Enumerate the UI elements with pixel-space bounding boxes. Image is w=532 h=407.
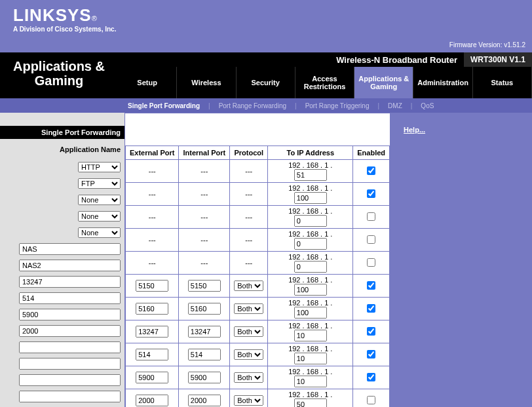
internal-port-input[interactable] [188,326,221,338]
app-name-input[interactable] [19,243,121,255]
help-link[interactable]: Help... [404,126,425,134]
preset-app-select[interactable]: HTTPFTPNone [78,227,121,238]
protocol-select[interactable]: Both [234,326,263,337]
subnav-qos[interactable]: QoS [414,102,440,109]
app-name-input[interactable] [19,309,121,320]
sub-nav: Single Port Forwarding|Port Range Forwar… [0,98,532,113]
main-area: Single Port Forwarding Application Name … [0,113,532,407]
enabled-checkbox[interactable] [367,166,375,175]
enabled-checkbox[interactable] [367,373,375,381]
protocol-select[interactable]: Both [234,349,263,360]
dash-cell: --- [230,229,268,252]
internal-port-input[interactable] [188,349,221,360]
model-number: WRT300N V1.1 [464,52,532,67]
preset-app-select[interactable]: HTTPFTPNone [78,195,121,205]
dash-cell: --- [126,252,179,275]
app-name-input[interactable] [19,341,121,353]
subnav-single-port-forwarding[interactable]: Single Port Forwarding [121,102,206,109]
custom-app-row [0,273,124,290]
table-row: Both192 . 168 . 1 . [126,298,390,320]
forwarding-table: External Port Internal Port Protocol To … [125,145,390,407]
external-port-input[interactable] [136,372,168,383]
ip-last-octet[interactable] [294,398,327,407]
ip-last-octet[interactable] [294,376,327,387]
enabled-checkbox[interactable] [367,212,375,221]
enabled-checkbox[interactable] [367,350,375,359]
ip-last-octet[interactable] [294,192,327,204]
enabled-checkbox[interactable] [367,235,375,244]
ip-last-octet[interactable] [294,238,327,250]
app-name-input[interactable] [19,391,121,402]
ip-last-octet[interactable] [294,215,327,227]
app-name-input[interactable] [19,260,121,271]
external-port-input[interactable] [136,395,168,406]
protocol-select[interactable]: Both [234,303,263,314]
protocol-select[interactable]: Both [234,372,263,383]
ip-last-octet[interactable] [294,307,327,319]
internal-port-input[interactable] [188,395,221,406]
dash-cell: --- [126,206,179,229]
tab-setup[interactable]: Setup [118,67,177,98]
external-port-input[interactable] [136,326,168,338]
internal-port-input[interactable] [188,372,221,383]
internal-port-input[interactable] [188,280,221,292]
tab-access-restrictions[interactable]: AccessRestrictions [295,67,354,98]
table-row: ---------192 . 168 . 1 . [126,252,390,275]
dash-cell: --- [230,183,268,206]
external-port-input[interactable] [136,280,168,292]
ip-prefix: 192 . 168 . 1 . [288,207,332,215]
col-protocol: Protocol [230,146,268,160]
dash-cell: --- [179,252,230,275]
internal-port-input[interactable] [188,303,221,315]
ip-last-octet[interactable] [294,284,327,296]
header-banner: LINKSYS® A Division of Cisco Systems, In… [0,0,532,52]
external-port-input[interactable] [136,303,168,315]
app-name-input[interactable] [19,358,121,370]
enabled-checkbox[interactable] [367,304,375,313]
ip-last-octet[interactable] [294,261,327,273]
table-row: ---------192 . 168 . 1 . [126,206,390,229]
protocol-select[interactable]: Both [234,395,263,406]
subnav-port-range-forwarding[interactable]: Port Range Forwarding [212,102,293,109]
ip-prefix: 192 . 168 . 1 . [288,345,332,353]
dash-cell: --- [126,160,179,183]
app-name-input[interactable] [19,325,121,337]
enabled-checkbox[interactable] [367,327,375,336]
app-name-input[interactable] [19,276,121,288]
enabled-checkbox[interactable] [367,281,375,290]
ip-last-octet[interactable] [294,353,327,364]
ip-last-octet[interactable] [294,169,327,181]
tab-security[interactable]: Security [237,67,295,98]
ip-prefix: 192 . 168 . 1 . [288,184,332,192]
custom-app-row [0,372,124,388]
tab-wireless[interactable]: Wireless [177,67,236,98]
subnav-dmz[interactable]: DMZ [381,102,409,109]
preset-app-row: HTTPFTPNone [0,191,124,208]
tab-applications-gaming[interactable]: Applications &Gaming [354,67,413,98]
enabled-checkbox[interactable] [367,258,375,267]
preset-app-select[interactable]: HTTPFTPNone [78,178,121,189]
external-port-input[interactable] [136,349,168,360]
preset-app-row: HTTPFTPNone [0,208,124,224]
enabled-checkbox[interactable] [367,396,375,404]
col-external-port: External Port [126,146,179,160]
ip-prefix: 192 . 168 . 1 . [288,230,332,238]
preset-app-select[interactable]: HTTPFTPNone [78,162,121,172]
app-name-input[interactable] [19,374,121,386]
ip-last-octet[interactable] [294,330,327,341]
custom-app-row [0,388,124,404]
table-row: Both192 . 168 . 1 . [126,389,390,408]
brand-text: LINKSYS [13,5,92,25]
subnav-port-range-triggering[interactable]: Port Range Triggering [299,102,376,109]
tab-administration[interactable]: Administration [413,67,472,98]
dash-cell: --- [179,229,230,252]
col-enabled: Enabled [353,146,390,160]
dash-cell: --- [230,252,268,275]
preset-app-select[interactable]: HTTPFTPNone [78,211,121,222]
model-bar: Wireless-N Broadband Router WRT300N V1.1 [330,52,532,67]
enabled-checkbox[interactable] [367,189,375,198]
protocol-select[interactable]: Both [234,281,263,291]
preset-app-row: HTTPFTPNone [0,175,124,191]
app-name-input[interactable] [19,292,121,304]
tab-status[interactable]: Status [473,67,532,98]
